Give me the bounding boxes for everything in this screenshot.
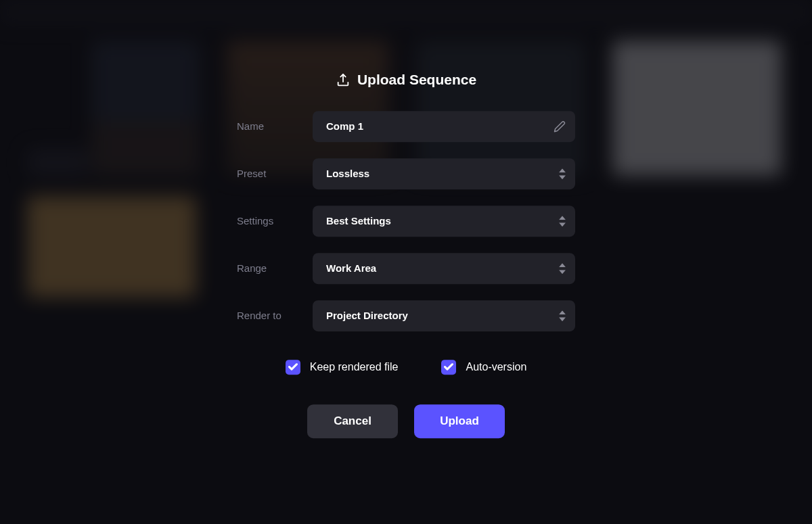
stepper-icon xyxy=(559,263,566,274)
svg-marker-4 xyxy=(559,222,566,227)
preset-label: Preset xyxy=(237,168,296,179)
preset-select[interactable]: Lossless xyxy=(313,158,575,189)
name-label: Name xyxy=(237,120,296,132)
checkbox-checked-icon xyxy=(441,360,456,375)
range-label: Range xyxy=(237,262,296,274)
range-value: Work Area xyxy=(326,262,376,274)
render-to-select[interactable]: Project Directory xyxy=(313,300,575,331)
settings-label: Settings xyxy=(237,215,296,227)
dialog-title: Upload Sequence xyxy=(336,72,476,88)
edit-icon[interactable] xyxy=(554,120,566,133)
render-to-row: Render to Project Directory xyxy=(237,300,575,331)
auto-version-checkbox[interactable]: Auto-version xyxy=(441,360,526,375)
svg-marker-5 xyxy=(559,263,566,267)
svg-marker-6 xyxy=(559,270,566,274)
checkbox-row: Keep rendered file Auto-version xyxy=(286,360,527,375)
checkbox-checked-icon xyxy=(286,360,300,375)
dialog-title-text: Upload Sequence xyxy=(357,72,476,88)
settings-row: Settings Best Settings xyxy=(237,206,575,237)
form-rows: Name Comp 1 Preset Lossless xyxy=(237,111,575,331)
cancel-button[interactable]: Cancel xyxy=(307,404,398,438)
preset-row: Preset Lossless xyxy=(237,158,575,189)
svg-marker-8 xyxy=(559,317,566,321)
upload-button[interactable]: Upload xyxy=(414,404,505,438)
upload-icon xyxy=(336,72,351,87)
auto-version-label: Auto-version xyxy=(466,361,526,373)
render-to-label: Render to xyxy=(237,310,296,321)
render-to-value: Project Directory xyxy=(326,310,408,321)
upload-sequence-dialog: Upload Sequence Name Comp 1 Preset Lossl… xyxy=(237,72,575,438)
button-row: Cancel Upload xyxy=(307,404,505,438)
svg-marker-3 xyxy=(559,216,566,220)
name-value: Comp 1 xyxy=(326,120,363,132)
stepper-icon xyxy=(559,216,566,227)
settings-select[interactable]: Best Settings xyxy=(313,206,575,237)
svg-marker-1 xyxy=(559,168,566,172)
keep-rendered-label: Keep rendered file xyxy=(310,361,399,373)
settings-value: Best Settings xyxy=(326,215,391,227)
svg-marker-7 xyxy=(559,310,566,314)
stepper-icon xyxy=(559,310,566,321)
svg-marker-2 xyxy=(559,175,566,179)
preset-value: Lossless xyxy=(326,168,369,179)
name-row: Name Comp 1 xyxy=(237,111,575,142)
stepper-icon xyxy=(559,168,566,179)
name-field[interactable]: Comp 1 xyxy=(313,111,575,142)
keep-rendered-checkbox[interactable]: Keep rendered file xyxy=(286,360,399,375)
range-row: Range Work Area xyxy=(237,253,575,284)
range-select[interactable]: Work Area xyxy=(313,253,575,284)
